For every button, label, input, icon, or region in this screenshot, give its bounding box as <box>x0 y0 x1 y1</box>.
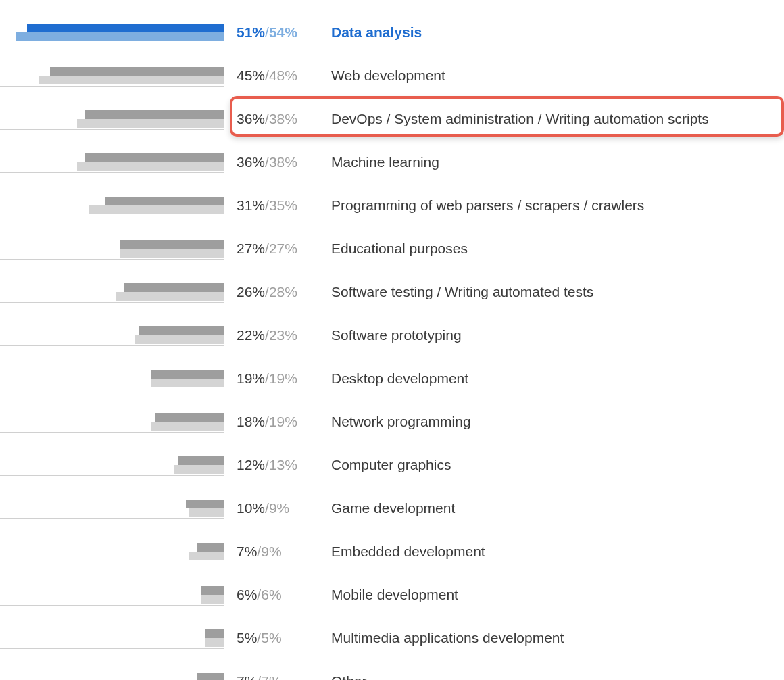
label-cell: DevOps / System administration / Writing… <box>319 105 784 132</box>
bar-secondary <box>77 119 224 128</box>
bars-cell <box>0 476 224 519</box>
bar-secondary <box>39 76 224 84</box>
bars-stack <box>0 586 224 605</box>
value-primary: 51% <box>237 24 265 41</box>
category-label: Computer graphics <box>331 457 451 473</box>
value-cell: 18%/19% <box>224 408 319 435</box>
bars-stack <box>0 673 224 680</box>
bar-primary <box>105 197 224 205</box>
value-cell: 6%/6% <box>224 581 319 608</box>
chart-row-data-analysis: 51%/54%Data analysis <box>0 0 784 43</box>
value-cell: 10%/9% <box>224 495 319 522</box>
bars-stack <box>0 629 224 648</box>
bar-secondary <box>116 292 224 301</box>
value-secondary: 7% <box>261 673 281 680</box>
value-primary: 7% <box>237 543 257 560</box>
bar-primary <box>120 240 224 249</box>
value-cell: 27%/27% <box>224 235 319 262</box>
horizontal-bar-chart: 51%/54%Data analysis45%/48%Web developme… <box>0 0 784 680</box>
value-primary: 26% <box>237 284 265 300</box>
value-secondary: 35% <box>269 197 297 214</box>
category-label: DevOps / System administration / Writing… <box>331 111 709 127</box>
value-cell: 5%/5% <box>224 625 319 652</box>
bars-cell <box>0 0 224 43</box>
bars-cell <box>0 519 224 562</box>
bar-secondary <box>174 465 224 474</box>
chart-row-machine-learning: 36%/38%Machine learning <box>0 130 784 173</box>
bar-secondary <box>189 552 224 560</box>
chart-row-devops: 36%/38%DevOps / System administration / … <box>0 87 784 130</box>
bars-stack <box>0 110 224 129</box>
chart-row-game-dev: 10%/9%Game development <box>0 476 784 519</box>
bars-cell <box>0 303 224 346</box>
value-primary: 19% <box>237 370 265 387</box>
value-cell: 36%/38% <box>224 149 319 176</box>
bars-cell <box>0 216 224 260</box>
label-cell: Software testing / Writing automated tes… <box>319 278 784 306</box>
value-secondary: 54% <box>269 24 297 41</box>
bar-secondary <box>201 595 224 604</box>
chart-row-educational: 27%/27%Educational purposes <box>0 216 784 260</box>
label-cell: Multimedia applications development <box>319 625 784 652</box>
chart-row-prototyping: 22%/23%Software prototyping <box>0 303 784 346</box>
value-primary: 5% <box>237 630 257 646</box>
value-cell: 31%/35% <box>224 192 319 219</box>
value-secondary: 19% <box>269 370 297 387</box>
chart-row-mobile: 6%/6%Mobile development <box>0 562 784 606</box>
value-primary: 22% <box>237 327 265 343</box>
chart-row-software-testing: 26%/28%Software testing / Writing automa… <box>0 260 784 303</box>
value-secondary: 48% <box>269 68 297 84</box>
chart-row-web-development: 45%/48%Web development <box>0 43 784 87</box>
chart-row-multimedia: 5%/5%Multimedia applications development <box>0 606 784 649</box>
value-primary: 27% <box>237 241 265 257</box>
chart-row-graphics: 12%/13%Computer graphics <box>0 433 784 476</box>
bars-cell <box>0 389 224 433</box>
label-cell: Embedded development <box>319 538 784 565</box>
bars-stack <box>0 413 224 432</box>
value-cell: 51%/54% <box>224 19 319 46</box>
category-label: Network programming <box>331 414 471 430</box>
bar-secondary <box>89 205 224 214</box>
value-primary: 12% <box>237 457 265 473</box>
value-cell: 19%/19% <box>224 365 319 392</box>
bar-secondary <box>151 422 224 431</box>
value-secondary: 6% <box>261 587 281 603</box>
bar-primary <box>178 456 224 465</box>
value-secondary: 23% <box>269 327 297 343</box>
bars-stack <box>0 67 224 86</box>
value-secondary: 5% <box>261 630 281 646</box>
bar-secondary <box>77 162 224 171</box>
bars-cell <box>0 433 224 476</box>
bars-stack <box>0 24 224 43</box>
value-cell: 7%/7% <box>224 668 319 680</box>
value-cell: 12%/13% <box>224 452 319 479</box>
bars-cell <box>0 606 224 649</box>
category-label: Programming of web parsers / scrapers / … <box>331 197 644 214</box>
bar-primary <box>85 110 224 119</box>
label-cell: Mobile development <box>319 581 784 608</box>
label-cell: Machine learning <box>319 149 784 176</box>
value-secondary: 9% <box>269 500 289 516</box>
bar-secondary <box>205 638 224 647</box>
chart-row-other: 7%/7%Other <box>0 649 784 680</box>
bars-stack <box>0 197 224 216</box>
category-label: Multimedia applications development <box>331 630 564 646</box>
bars-cell <box>0 173 224 216</box>
bar-primary <box>186 500 224 508</box>
category-label: Game development <box>331 500 455 516</box>
bars-cell <box>0 43 224 87</box>
bar-secondary <box>16 32 224 41</box>
value-cell: 7%/9% <box>224 538 319 565</box>
bars-stack <box>0 326 224 345</box>
label-cell: Programming of web parsers / scrapers / … <box>319 192 784 219</box>
bars-cell <box>0 346 224 389</box>
bars-stack <box>0 283 224 302</box>
chart-row-network: 18%/19%Network programming <box>0 389 784 433</box>
category-label: Software prototyping <box>331 327 462 343</box>
bar-primary <box>205 629 224 638</box>
label-cell: Educational purposes <box>319 235 784 262</box>
label-cell: Other <box>319 668 784 680</box>
value-cell: 26%/28% <box>224 278 319 306</box>
value-primary: 10% <box>237 500 265 516</box>
bar-secondary <box>120 249 224 258</box>
